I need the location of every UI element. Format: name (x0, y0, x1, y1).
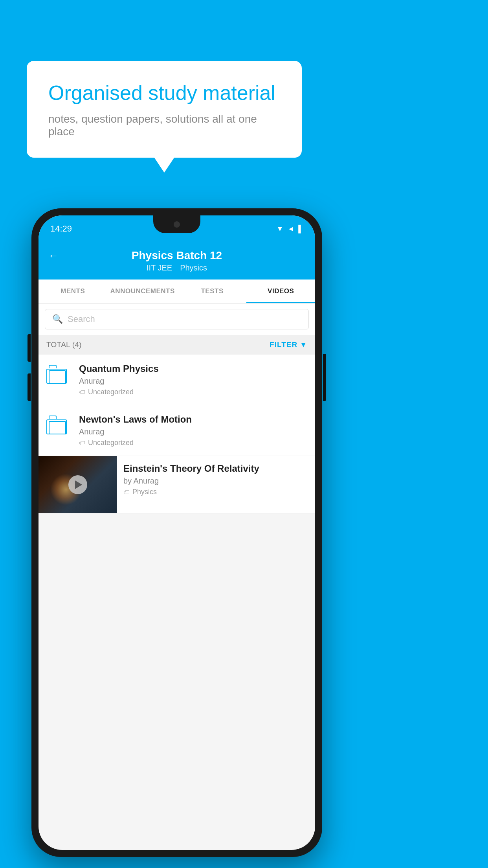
phone-mockup: 14:29 ▼ ◄ ▌ ← Physics Batch 12 IIT JEE (31, 208, 322, 857)
search-container: 🔍 Search (39, 303, 315, 335)
tab-ments[interactable]: MENTS (39, 280, 107, 303)
back-button[interactable]: ← (48, 250, 59, 262)
speech-bubble: Organised study material notes, question… (27, 61, 302, 158)
status-icons: ▼ ◄ ▌ (277, 225, 303, 233)
phone-screen: 14:29 ▼ ◄ ▌ ← Physics Batch 12 IIT JEE (39, 215, 315, 850)
search-icon: 🔍 (52, 314, 63, 324)
volume-down-button[interactable] (28, 373, 31, 401)
signal-icon: ◄ (287, 225, 294, 233)
item-tag-einstein: 🏷 Physics (123, 488, 309, 496)
total-count: TOTAL (4) (46, 340, 82, 349)
header-row: ← Physics Batch 12 (48, 249, 305, 262)
notch (153, 215, 200, 233)
search-bar[interactable]: 🔍 Search (45, 309, 309, 329)
list-item[interactable]: Newton's Laws of Motion Anurag 🏷 Uncateg… (39, 405, 315, 456)
header-title: Physics Batch 12 (132, 249, 222, 262)
tag-icon: 🏷 (79, 389, 85, 396)
folder-icon-quantum (46, 365, 72, 384)
item-title-quantum: Quantum Physics (79, 363, 307, 374)
tab-tests[interactable]: TESTS (178, 280, 247, 303)
header-subtitle-iitjee: IIT JEE (147, 263, 172, 272)
filter-label: FILTER (270, 340, 297, 349)
status-bar: 14:29 ▼ ◄ ▌ (39, 215, 315, 242)
camera (174, 221, 180, 228)
tab-bar: MENTS ANNOUNCEMENTS TESTS VIDEOS (39, 280, 315, 303)
tag-label-einstein: Physics (132, 488, 157, 496)
item-content-quantum: Quantum Physics Anurag 🏷 Uncategorized (79, 363, 307, 396)
search-placeholder: Search (68, 314, 95, 324)
item-content-newton: Newton's Laws of Motion Anurag 🏷 Uncateg… (79, 414, 307, 447)
status-time: 14:29 (50, 224, 72, 234)
bubble-subtitle: notes, question papers, solutions all at… (48, 113, 280, 138)
item-title-einstein: Einstein's Theory Of Relativity (123, 463, 309, 474)
header-subtitle: IIT JEE Physics (147, 263, 207, 272)
speech-bubble-container: Organised study material notes, question… (27, 61, 302, 158)
header-subtitle-physics: Physics (180, 263, 207, 272)
filter-icon: ▼ (300, 341, 307, 349)
item-author-quantum: Anurag (79, 377, 307, 386)
play-icon (75, 480, 82, 489)
wifi-icon: ▼ (277, 225, 284, 233)
video-thumbnail-einstein (39, 456, 117, 513)
filter-button[interactable]: FILTER ▼ (270, 340, 307, 349)
play-button[interactable] (68, 475, 87, 494)
filter-bar: TOTAL (4) FILTER ▼ (39, 335, 315, 355)
bubble-title: Organised study material (48, 81, 280, 105)
item-title-newton: Newton's Laws of Motion (79, 414, 307, 425)
tag-icon: 🏷 (79, 440, 85, 447)
item-author-einstein: by Anurag (123, 476, 309, 485)
app-header: ← Physics Batch 12 IIT JEE Physics (39, 242, 315, 280)
tab-announcements[interactable]: ANNOUNCEMENTS (107, 280, 178, 303)
list-item[interactable]: Quantum Physics Anurag 🏷 Uncategorized (39, 355, 315, 405)
volume-up-button[interactable] (28, 334, 31, 362)
power-button[interactable] (323, 354, 326, 401)
tag-icon: 🏷 (123, 489, 130, 496)
item-content-einstein: Einstein's Theory Of Relativity by Anura… (117, 456, 315, 503)
phone-outer: 14:29 ▼ ◄ ▌ ← Physics Batch 12 IIT JEE (31, 208, 322, 857)
tag-label-newton: Uncategorized (88, 439, 134, 447)
item-author-newton: Anurag (79, 427, 307, 436)
item-tag-newton: 🏷 Uncategorized (79, 439, 307, 447)
list-item[interactable]: Einstein's Theory Of Relativity by Anura… (39, 456, 315, 513)
battery-icon: ▌ (298, 225, 303, 233)
folder-icon-newton (46, 416, 72, 434)
tab-videos[interactable]: VIDEOS (246, 280, 315, 303)
content-list: Quantum Physics Anurag 🏷 Uncategorized (39, 355, 315, 513)
tag-label-quantum: Uncategorized (88, 388, 134, 396)
item-tag-quantum: 🏷 Uncategorized (79, 388, 307, 396)
